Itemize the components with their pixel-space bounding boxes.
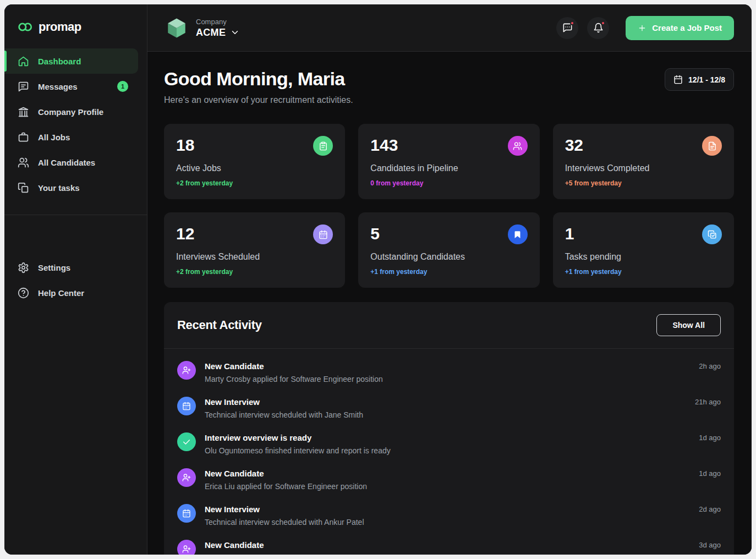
activity-item-description: Technical interview scheduled with Ankur…: [205, 518, 690, 527]
unread-count-badge: 1: [117, 81, 128, 92]
bell-notification-dot: [601, 21, 605, 25]
stat-value: 1: [565, 224, 574, 243]
activity-item-title: New Candidate: [205, 469, 690, 478]
page-title: Good Morning, Maria: [164, 68, 353, 90]
company-meta: Company ACME: [196, 18, 240, 39]
messages-button[interactable]: [556, 17, 578, 39]
stat-label: Candidates in Pipeline: [370, 163, 527, 173]
stat-value: 32: [565, 136, 583, 155]
page-subtitle: Here's an overview of your recruitment a…: [164, 95, 353, 105]
activity-item: New Candidate Erica Liu applied for Soft…: [164, 462, 734, 497]
sidebar-item-interviews-scheduled: 12 Interviews Scheduled +2 from yesterda…: [164, 212, 345, 288]
tasks-icon: [18, 182, 29, 194]
recent-activity-header: Recent Activity Show All: [164, 302, 734, 348]
calendar-grid-icon: [177, 504, 196, 523]
show-all-button[interactable]: Show All: [656, 314, 721, 336]
briefcase-icon: [18, 131, 29, 143]
stat-delta: +2 from yesterday: [176, 179, 333, 187]
user-plus-icon: [177, 540, 196, 555]
stat-value: 12: [176, 224, 194, 243]
activity-item: New Interview Technical interview schedu…: [164, 390, 734, 426]
stats-grid: 18 Active Jobs +2 from yesterday 143 Can…: [164, 124, 734, 288]
sidebar-item-company-profile[interactable]: Company Profile: [4, 99, 138, 124]
chat-icon: [18, 81, 29, 92]
check-icon: [177, 432, 196, 451]
activity-item-title: New Candidate: [205, 540, 690, 550]
topbar-actions: Create a Job Post: [556, 16, 734, 40]
stat-delta: +5 from yesterday: [565, 179, 722, 187]
activity-item-time: 1d ago: [699, 469, 721, 478]
stat-label: Interviews Completed: [565, 163, 722, 173]
sidebar-item-active-jobs: 18 Active Jobs +2 from yesterday: [164, 124, 345, 199]
sidebar: promap Dashboard Messages 1 Company Prof…: [4, 4, 147, 555]
sidebar-item-candidates-in-pipeline: 143 Candidates in Pipeline 0 from yester…: [358, 124, 539, 199]
sidebar-item-all-jobs[interactable]: All Jobs: [4, 124, 138, 150]
activity-item-description: Olu Oguntomeso finished interview and re…: [205, 446, 690, 455]
create-job-post-label: Create a Job Post: [652, 23, 722, 32]
activity-item: New Candidate 3d ago: [164, 533, 734, 555]
activity-item-description: Erica Liu applied for Software Engineer …: [205, 482, 690, 491]
recent-activity-title: Recent Activity: [177, 318, 262, 332]
sidebar-item-tasks-pending: 1 Tasks pending +1 from yesterday: [553, 212, 734, 288]
sidebar-item-help-center[interactable]: Help Center: [4, 280, 138, 305]
user-plus-icon: [177, 468, 196, 487]
create-job-post-button[interactable]: Create a Job Post: [626, 16, 734, 40]
company-selector[interactable]: Company ACME: [165, 17, 240, 40]
activity-item: Interview overview is ready Olu Oguntome…: [164, 426, 734, 462]
clipboard-icon: [313, 136, 333, 156]
activity-item-time: 2h ago: [699, 362, 721, 370]
sidebar-divider: [4, 215, 147, 215]
company-cube-icon: [165, 17, 188, 40]
sidebar-item-your-tasks[interactable]: Your tasks: [4, 175, 138, 200]
activity-item: New Candidate Marty Crosby applied for S…: [164, 354, 734, 390]
content-column: Company ACME Create: [147, 4, 752, 555]
stat-label: Interviews Scheduled: [176, 252, 333, 262]
file-icon: [702, 136, 722, 156]
plus-icon: [638, 24, 647, 32]
sidebar-item-all-candidates[interactable]: All Candidates: [4, 150, 138, 175]
notifications-button[interactable]: [587, 17, 609, 39]
help-icon: [18, 287, 29, 299]
activity-item-description: Marty Crosby applied for Software Engine…: [205, 375, 690, 383]
activity-item-time: 3d ago: [699, 541, 721, 549]
stat-value: 18: [176, 136, 194, 155]
stat-delta: +2 from yesterday: [176, 268, 333, 276]
gear-icon: [18, 262, 29, 273]
app-window: promap Dashboard Messages 1 Company Prof…: [4, 4, 752, 555]
home-icon: [18, 56, 29, 67]
stat-delta: +1 from yesterday: [565, 268, 722, 276]
date-range-value: 12/1 - 12/8: [688, 75, 725, 84]
date-range-picker[interactable]: 12/1 - 12/8: [665, 68, 734, 91]
logo: promap: [4, 4, 147, 48]
activity-list: New Candidate Marty Crosby applied for S…: [164, 349, 734, 555]
stat-label: Active Jobs: [176, 163, 333, 173]
bookmark-icon: [508, 224, 528, 244]
promap-logo-icon: [18, 20, 34, 34]
chevron-down-icon: [230, 28, 240, 37]
stat-value: 143: [370, 136, 398, 155]
user-plus-icon: [177, 361, 196, 380]
stat-label: Tasks pending: [565, 252, 722, 262]
activity-item-title: New Candidate: [205, 361, 690, 371]
calendar-grid-icon: [313, 224, 333, 244]
sidebar-item-settings[interactable]: Settings: [4, 255, 138, 280]
activity-item-title: New Interview: [205, 397, 686, 407]
activity-item-time: 1d ago: [699, 434, 721, 442]
calendar-icon: [673, 75, 683, 84]
main-header: Good Morning, Maria Here's an overview o…: [164, 68, 734, 105]
main-content: Good Morning, Maria Here's an overview o…: [147, 52, 752, 555]
activity-item-time: 2d ago: [699, 505, 721, 513]
recent-activity-panel: Recent Activity Show All New Candidate M…: [164, 302, 734, 555]
sidebar-item-dashboard[interactable]: Dashboard: [4, 48, 138, 74]
message-notification-dot: [570, 21, 574, 25]
building-icon: [18, 106, 29, 118]
calendar-grid-icon: [177, 397, 196, 415]
activity-item-title: Interview overview is ready: [205, 433, 690, 442]
activity-item: New Interview Technical interview schedu…: [164, 497, 734, 533]
sidebar-bottom-nav: Settings Help Center: [4, 255, 147, 305]
stat-delta: 0 from yesterday: [370, 179, 527, 187]
activity-item-time: 21h ago: [695, 398, 721, 406]
users-icon: [18, 157, 29, 168]
sidebar-item-interviews-completed: 32 Interviews Completed +5 from yesterda…: [553, 124, 734, 199]
sidebar-item-messages[interactable]: Messages 1: [4, 74, 138, 99]
